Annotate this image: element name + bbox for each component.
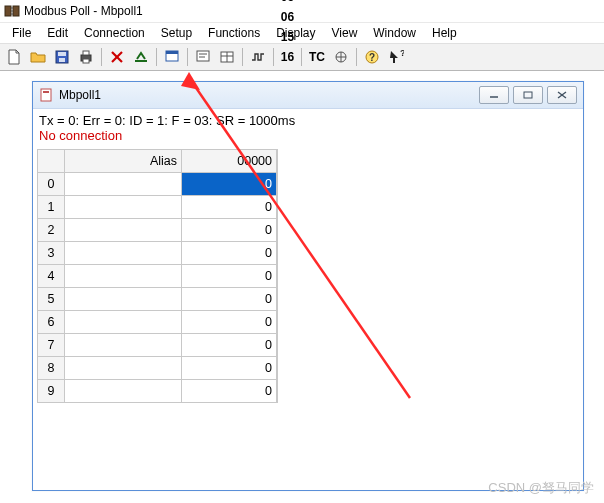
connect-icon[interactable]: [129, 45, 153, 69]
menu-file[interactable]: File: [4, 24, 39, 42]
table-row[interactable]: 50: [38, 288, 277, 311]
cell-value[interactable]: 0: [182, 219, 277, 242]
table-row[interactable]: 70: [38, 334, 277, 357]
cell-alias[interactable]: [65, 357, 182, 380]
table-row[interactable]: 60: [38, 311, 277, 334]
svg-rect-0: [5, 6, 11, 16]
cell-value[interactable]: 0: [182, 357, 277, 380]
cell-value[interactable]: 0: [182, 311, 277, 334]
row-index[interactable]: 6: [38, 311, 65, 334]
table-row[interactable]: 30: [38, 242, 277, 265]
status-line: Tx = 0: Err = 0: ID = 1: F = 03: SR = 10…: [37, 111, 579, 128]
column-header-alias[interactable]: Alias: [65, 150, 182, 173]
app-titlebar: Modbus Poll - Mbpoll1: [0, 0, 604, 23]
row-index[interactable]: 4: [38, 265, 65, 288]
disconnect-icon[interactable]: [105, 45, 129, 69]
svg-rect-29: [43, 91, 49, 93]
row-index[interactable]: 3: [38, 242, 65, 265]
function-code-15-button[interactable]: 15: [277, 27, 298, 47]
read-write-definition-icon[interactable]: [160, 45, 184, 69]
column-header-value[interactable]: 00000: [182, 150, 277, 173]
app-icon: [4, 3, 20, 19]
child-titlebar[interactable]: Mbpoll1: [33, 82, 583, 109]
toolbar-separator: [356, 48, 357, 66]
new-icon[interactable]: [2, 45, 26, 69]
function-code-16-button[interactable]: 16: [277, 47, 298, 67]
print-icon[interactable]: [74, 45, 98, 69]
svg-text:?: ?: [400, 49, 404, 58]
document-icon: [39, 87, 55, 103]
cell-alias[interactable]: [65, 311, 182, 334]
table-row[interactable]: 10: [38, 196, 277, 219]
cell-value[interactable]: 0: [182, 173, 277, 196]
mdi-client-area: Mbpoll1 Tx = 0: Err = 0: ID = 1: F = 03:…: [0, 71, 604, 503]
menu-setup[interactable]: Setup: [153, 24, 200, 42]
cell-alias[interactable]: [65, 288, 182, 311]
minimize-button[interactable]: [479, 86, 509, 104]
menu-view[interactable]: View: [324, 24, 366, 42]
row-index[interactable]: 2: [38, 219, 65, 242]
about-icon[interactable]: ?: [360, 45, 384, 69]
cell-value[interactable]: 0: [182, 242, 277, 265]
comm-traffic-icon[interactable]: [191, 45, 215, 69]
row-index[interactable]: 7: [38, 334, 65, 357]
toolbar: 05061516172223 TC ? ?: [0, 43, 604, 71]
cell-value[interactable]: 0: [182, 196, 277, 219]
toolbar-separator: [101, 48, 102, 66]
cell-alias[interactable]: [65, 196, 182, 219]
svg-rect-15: [166, 51, 178, 54]
child-title: Mbpoll1: [59, 88, 101, 102]
row-index[interactable]: 1: [38, 196, 65, 219]
cell-alias[interactable]: [65, 380, 182, 403]
svg-rect-16: [197, 51, 209, 61]
excel-log-icon[interactable]: [215, 45, 239, 69]
row-index[interactable]: 5: [38, 288, 65, 311]
context-help-icon[interactable]: ?: [384, 45, 408, 69]
cell-value[interactable]: 0: [182, 288, 277, 311]
table-row[interactable]: 00: [38, 173, 277, 196]
child-window: Mbpoll1 Tx = 0: Err = 0: ID = 1: F = 03:…: [32, 81, 584, 491]
maximize-button[interactable]: [513, 86, 543, 104]
svg-rect-1: [13, 6, 19, 16]
cell-alias[interactable]: [65, 265, 182, 288]
open-icon[interactable]: [26, 45, 50, 69]
connection-status: No connection: [37, 128, 579, 147]
table-row[interactable]: 40: [38, 265, 277, 288]
table-row[interactable]: 90: [38, 380, 277, 403]
register-table[interactable]: Alias 00000 00102030405060708090: [37, 149, 277, 403]
cell-value[interactable]: 0: [182, 380, 277, 403]
cell-alias[interactable]: [65, 219, 182, 242]
table-row[interactable]: 80: [38, 357, 277, 380]
svg-rect-31: [524, 92, 532, 98]
menu-window[interactable]: Window: [365, 24, 424, 42]
function-code-06-button[interactable]: 06: [277, 7, 298, 27]
svg-rect-7: [59, 58, 65, 62]
menu-edit[interactable]: Edit: [39, 24, 76, 42]
cell-alias[interactable]: [65, 173, 182, 196]
function-code-05-button[interactable]: 05: [277, 0, 298, 7]
cell-value[interactable]: 0: [182, 334, 277, 357]
menu-help[interactable]: Help: [424, 24, 465, 42]
menu-connection[interactable]: Connection: [76, 24, 153, 42]
pulse-icon[interactable]: [246, 45, 270, 69]
svg-text:?: ?: [369, 52, 375, 63]
svg-rect-6: [58, 52, 66, 56]
cell-alias[interactable]: [65, 242, 182, 265]
toolbar-separator: [301, 48, 302, 66]
table-row[interactable]: 20: [38, 219, 277, 242]
row-index[interactable]: 0: [38, 173, 65, 196]
row-index[interactable]: 9: [38, 380, 65, 403]
menu-functions[interactable]: Functions: [200, 24, 268, 42]
tc-button[interactable]: TC: [305, 47, 329, 67]
test-center-icon[interactable]: [329, 45, 353, 69]
svg-rect-9: [83, 51, 89, 55]
save-icon[interactable]: [50, 45, 74, 69]
row-header-blank: [38, 150, 65, 173]
toolbar-separator: [156, 48, 157, 66]
cell-alias[interactable]: [65, 334, 182, 357]
cell-value[interactable]: 0: [182, 265, 277, 288]
toolbar-separator: [242, 48, 243, 66]
row-index[interactable]: 8: [38, 357, 65, 380]
close-button[interactable]: [547, 86, 577, 104]
toolbar-separator: [273, 48, 274, 66]
